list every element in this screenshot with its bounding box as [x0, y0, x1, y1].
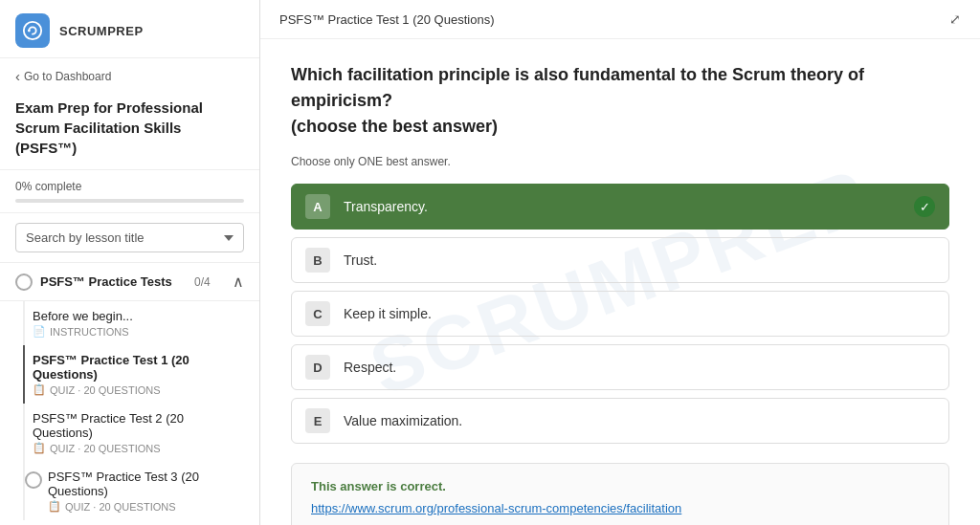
quiz-icon: 📋 — [48, 500, 61, 513]
answer-text-c: Keep it simple. — [344, 306, 935, 321]
feedback-box: This answer is correct. https://www.scru… — [291, 463, 949, 525]
logo-icon — [15, 13, 50, 48]
sidebar-header: SCRUMPREP — [0, 0, 259, 58]
list-item[interactable]: Before we begin... 📄 INSTRUCTIONS — [23, 301, 244, 345]
circle-icon — [25, 471, 42, 489]
logo-text: SCRUMPREP — [59, 24, 144, 38]
answer-option-a[interactable]: A Transparency. ✓ — [291, 184, 949, 230]
quiz-icon: 📋 — [33, 442, 46, 454]
feedback-link[interactable]: https://www.scrum.org/professional-scrum… — [311, 501, 929, 515]
progress-section: 0% complete — [0, 170, 259, 213]
answer-options: A Transparency. ✓ B Trust. C Keep it sim… — [291, 184, 949, 444]
answer-text-b: Trust. — [344, 252, 935, 268]
search-section[interactable]: Search by lesson title — [0, 213, 259, 263]
svg-point-1 — [28, 30, 31, 33]
doc-icon: 📄 — [33, 325, 46, 338]
progress-text: 0% complete — [15, 180, 244, 193]
lesson-item-title: PSFS™ Practice Test 2 (20 Questions) — [33, 411, 244, 440]
question-text: Which facilitation principle is also fun… — [291, 62, 949, 140]
group-circle-icon — [15, 273, 33, 291]
lesson-item-title: PSFS™ Practice Test 3 (20 Questions) — [48, 470, 244, 498]
lesson-item-meta: 📄 INSTRUCTIONS — [33, 325, 244, 338]
back-nav[interactable]: Go to Dashboard — [0, 58, 259, 90]
list-item[interactable]: PSFS™ Practice Test 2 (20 Questions) 📋 Q… — [23, 404, 244, 462]
answer-text-a: Transparency. — [344, 199, 914, 214]
group-count: 0/4 — [194, 275, 211, 289]
group-title: PSFS™ Practice Tests — [40, 274, 172, 289]
answer-letter-e: E — [305, 408, 330, 433]
answer-text-e: Value maximization. — [344, 413, 935, 428]
answer-option-d[interactable]: D Respect. — [291, 344, 949, 390]
answer-letter-b: B — [305, 248, 330, 273]
list-item[interactable]: PSFS™ Practice Test 1 (20 Questions) 📋 Q… — [23, 345, 244, 404]
correct-checkmark-icon: ✓ — [914, 196, 935, 217]
answer-option-b[interactable]: B Trust. — [291, 237, 949, 283]
lesson-item-title: PSFS™ Practice Test 1 (20 Questions) — [33, 353, 244, 382]
progress-bar-track — [15, 199, 244, 203]
content-wrap: Which facilitation principle is also fun… — [291, 62, 949, 525]
answer-option-e[interactable]: E Value maximization. — [291, 398, 949, 444]
group-left: PSFS™ Practice Tests — [15, 273, 172, 291]
lesson-item-meta: 📋 QUIZ · 20 QUESTIONS — [48, 500, 244, 513]
list-item[interactable]: PSFS™ Practice Test 3 (20 Questions) 📋 Q… — [23, 462, 244, 520]
lesson-items-list: Before we begin... 📄 INSTRUCTIONS PSFS™ … — [0, 301, 259, 520]
answer-letter-a: A — [305, 194, 330, 219]
group-header[interactable]: PSFS™ Practice Tests 0/4 ∧ — [0, 263, 259, 301]
group-toggle-icon[interactable]: ∧ — [233, 273, 244, 291]
sidebar: SCRUMPREP Go to Dashboard Exam Prep for … — [0, 0, 260, 525]
lesson-item-meta: 📋 QUIZ · 20 QUESTIONS — [33, 442, 244, 454]
lesson-search-select[interactable]: Search by lesson title — [15, 223, 244, 252]
lesson-item-title: Before we begin... — [33, 309, 244, 323]
main-header-title: PSFS™ Practice Test 1 (20 Questions) — [279, 12, 494, 27]
main-body: SCRUMPREP Which facilitation principle i… — [260, 39, 980, 525]
lesson-group: PSFS™ Practice Tests 0/4 ∧ Before we beg… — [0, 263, 259, 525]
answer-option-c[interactable]: C Keep it simple. — [291, 291, 949, 337]
main-content: PSFS™ Practice Test 1 (20 Questions) ⤢ S… — [260, 0, 980, 525]
answer-letter-d: D — [305, 355, 330, 380]
course-title: Exam Prep for Professional Scrum Facilit… — [0, 90, 259, 170]
feedback-correct-label: This answer is correct. — [311, 479, 929, 493]
back-link[interactable]: Go to Dashboard — [15, 68, 244, 84]
answer-text-d: Respect. — [344, 360, 935, 375]
main-header: PSFS™ Practice Test 1 (20 Questions) ⤢ — [260, 0, 980, 39]
expand-icon[interactable]: ⤢ — [949, 11, 961, 27]
svg-point-0 — [24, 22, 41, 39]
answer-letter-c: C — [305, 301, 330, 326]
lesson-item-meta: 📋 QUIZ · 20 QUESTIONS — [33, 383, 244, 396]
question-subtext: (choose the best answer) — [291, 117, 498, 136]
question-instruction: Choose only ONE best answer. — [291, 155, 949, 168]
quiz-icon: 📋 — [33, 383, 46, 396]
